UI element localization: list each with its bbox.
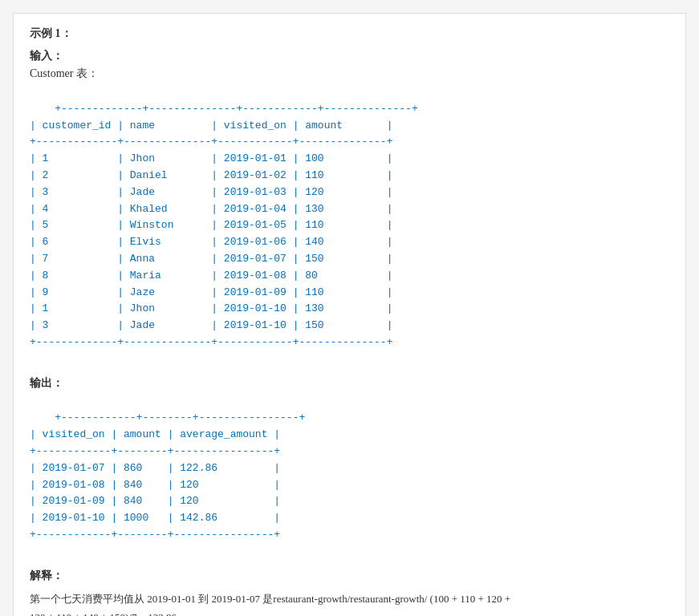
output-label: 输出： (30, 376, 669, 391)
input-row-6: | 7 | Anna | 2019-01-07 | 150 | (30, 253, 392, 265)
output-sep-header: +------------+--------+----------------+ (30, 445, 280, 457)
input-row-4: | 5 | Winston | 2019-01-05 | 110 | (30, 219, 392, 231)
output-sep-bottom: +------------+--------+----------------+ (30, 529, 280, 541)
input-row-5: | 6 | Elvis | 2019-01-06 | 140 | (30, 236, 392, 248)
page-container: 示例 1： 输入： Customer 表： +-------------+---… (13, 13, 686, 616)
output-row-0: | 2019-01-07 | 860 | 122.86 | (30, 462, 280, 474)
input-header: | customer_id | name | visited_on | amou… (30, 120, 392, 132)
input-row-3: | 4 | Khaled | 2019-01-04 | 130 | (30, 203, 392, 215)
input-sep-bottom: +-------------+--------------+----------… (30, 336, 392, 348)
input-row-0: | 1 | Jhon | 2019-01-01 | 100 | (30, 152, 392, 164)
table-label: Customer 表： (30, 67, 669, 81)
input-row-2: | 3 | Jade | 2019-01-03 | 120 | (30, 186, 392, 198)
input-row-8: | 9 | Jaze | 2019-01-09 | 110 | (30, 286, 392, 298)
output-sep-top: +------------+--------+----------------+ (55, 411, 305, 424)
input-table: +-------------+--------------+----------… (30, 84, 669, 368)
output-header: | visited_on | amount | average_amount | (30, 428, 280, 440)
output-row-1: | 2019-01-08 | 840 | 120 | (30, 479, 280, 491)
output-row-3: | 2019-01-10 | 1000 | 142.86 | (30, 512, 280, 524)
input-row-7: | 8 | Maria | 2019-01-08 | 80 | (30, 270, 392, 282)
explanation-label: 解释： (30, 569, 669, 583)
input-row-1: | 2 | Daniel | 2019-01-02 | 110 | (30, 169, 392, 181)
output-row-2: | 2019-01-09 | 840 | 120 | (30, 495, 280, 507)
input-label: 输入： (30, 49, 669, 63)
input-row-9: | 1 | Jhon | 2019-01-10 | 130 | (30, 302, 392, 314)
input-sep-header: +-------------+--------------+----------… (30, 136, 392, 148)
explanation-text: 第一个七天消费平均值从 2019-01-01 到 2019-01-07 是res… (30, 590, 669, 616)
explanation-line-0: 第一个七天消费平均值从 2019-01-01 到 2019-01-07 是res… (30, 593, 510, 605)
input-sep-top: +-------------+--------------+----------… (55, 103, 417, 115)
output-table: +------------+--------+----------------+… (30, 394, 669, 561)
example-title: 示例 1： (30, 26, 669, 41)
explanation-line-1: 130 + 110 + 140 + 150)/7 = 122.86 (30, 611, 177, 616)
input-row-10: | 3 | Jade | 2019-01-10 | 150 | (30, 319, 392, 331)
